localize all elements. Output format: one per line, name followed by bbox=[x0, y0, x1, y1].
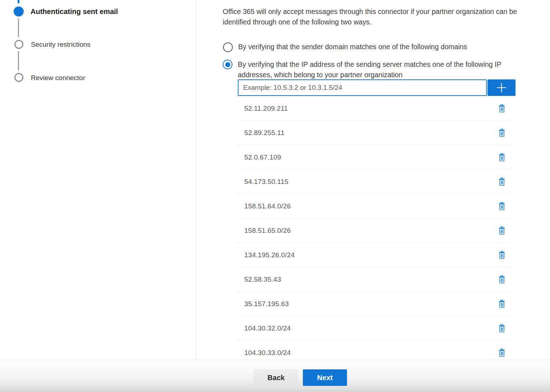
delete-ip-button[interactable] bbox=[498, 201, 506, 211]
back-button[interactable]: Back bbox=[254, 369, 299, 386]
ip-list-row: 104.30.33.0/24 bbox=[236, 341, 515, 360]
stepper-progress-line bbox=[18, 0, 19, 3]
add-ip-button[interactable] bbox=[487, 79, 516, 96]
delete-ip-button[interactable] bbox=[498, 250, 506, 260]
ip-value: 52.89.255.11 bbox=[244, 129, 285, 137]
delete-ip-button[interactable] bbox=[498, 323, 506, 333]
ip-list-row: 52.89.255.11 bbox=[236, 121, 515, 145]
ip-list-row: 134.195.26.0/24 bbox=[236, 243, 515, 267]
delete-ip-button[interactable] bbox=[498, 299, 506, 309]
delete-ip-button[interactable] bbox=[498, 275, 506, 285]
intro-line-2: identified through one of the following … bbox=[223, 17, 550, 27]
ip-value: 104.30.32.0/24 bbox=[244, 324, 291, 332]
stepper-connector bbox=[18, 51, 19, 70]
delete-ip-button[interactable] bbox=[498, 103, 506, 114]
delete-ip-button[interactable] bbox=[498, 128, 506, 138]
trash-icon bbox=[498, 129, 505, 137]
trash-icon bbox=[498, 251, 505, 259]
ip-value: 52.0.67.109 bbox=[244, 153, 281, 161]
radio-option-sender-domain-label: By verifying that the sender domain matc… bbox=[238, 42, 467, 52]
ip-list-row: 35.157.195.63 bbox=[236, 292, 515, 316]
step-label-security-restrictions: Security restrictions bbox=[31, 40, 91, 49]
delete-ip-button[interactable] bbox=[498, 152, 506, 162]
radio-option-ip-address-label: By verifying that the IP address of the … bbox=[238, 59, 501, 80]
ip-list-row: 52.0.67.109 bbox=[236, 145, 515, 170]
next-button[interactable]: Next bbox=[303, 369, 347, 386]
radio-option-sender-domain[interactable]: By verifying that the sender domain matc… bbox=[223, 42, 467, 52]
radio-ip-label-line-1: By verifying that the IP address of the … bbox=[238, 59, 501, 70]
step-label-review-connector: Review connector bbox=[31, 74, 85, 82]
ip-value: 158.51.64.0/26 bbox=[244, 202, 291, 210]
trash-icon bbox=[498, 275, 505, 284]
ip-value: 158.51.65.0/26 bbox=[244, 227, 291, 235]
ip-value: 104.30.33.0/24 bbox=[244, 349, 291, 357]
radio-button-selected[interactable] bbox=[223, 60, 232, 69]
trash-icon bbox=[498, 202, 505, 211]
trash-icon bbox=[498, 300, 505, 308]
ip-address-input[interactable] bbox=[238, 79, 487, 96]
ip-list-row: 158.51.64.0/26 bbox=[236, 194, 515, 218]
ip-value: 54.173.50.115 bbox=[244, 178, 288, 186]
wizard-step-content: Office 365 will only accept messages thr… bbox=[223, 0, 550, 360]
ip-entry-row bbox=[238, 79, 516, 96]
ip-list-row: 52.11.209.211 bbox=[236, 96, 515, 121]
step-indicator-review-connector bbox=[14, 73, 23, 82]
trash-icon bbox=[498, 226, 505, 235]
intro-line-1: Office 365 will only accept messages thr… bbox=[223, 6, 550, 17]
delete-ip-button[interactable] bbox=[498, 226, 506, 236]
ip-value: 52.58.35.43 bbox=[244, 276, 281, 283]
trash-icon bbox=[498, 324, 505, 333]
trash-icon bbox=[498, 104, 505, 113]
step-indicator-security-restrictions bbox=[14, 40, 23, 49]
ip-list-row: 54.173.50.115 bbox=[236, 170, 515, 194]
ip-list-row: 52.58.35.43 bbox=[236, 267, 515, 292]
intro-text: Office 365 will only accept messages thr… bbox=[223, 0, 550, 27]
step-label-authenticating-sent-email: Authenticating sent email bbox=[31, 7, 118, 16]
delete-ip-button[interactable] bbox=[498, 348, 506, 358]
ip-value: 52.11.209.211 bbox=[244, 105, 288, 112]
plus-icon bbox=[495, 82, 508, 94]
ip-value: 35.157.195.63 bbox=[244, 300, 289, 308]
stepper-connector bbox=[18, 18, 19, 37]
ip-list-row: 104.30.32.0/24 bbox=[236, 316, 515, 341]
wizard-stepper: Authenticating sent email Security restr… bbox=[0, 0, 196, 360]
radio-option-ip-address[interactable]: By verifying that the IP address of the … bbox=[223, 59, 501, 80]
ip-list: 52.11.209.211 52.89.255.11 bbox=[236, 96, 515, 360]
ip-value: 134.195.26.0/24 bbox=[244, 251, 295, 259]
trash-icon bbox=[498, 177, 505, 186]
wizard-footer: Back Next bbox=[0, 360, 550, 392]
trash-icon bbox=[498, 349, 505, 357]
ip-list-row: 158.51.65.0/26 bbox=[236, 218, 515, 243]
step-indicator-authenticating-sent-email bbox=[14, 6, 24, 17]
radio-button-unselected[interactable] bbox=[223, 42, 233, 52]
trash-icon bbox=[498, 153, 505, 162]
delete-ip-button[interactable] bbox=[498, 177, 506, 187]
radio-ip-label-line-2: addresses, which belong to your partner … bbox=[238, 70, 501, 80]
